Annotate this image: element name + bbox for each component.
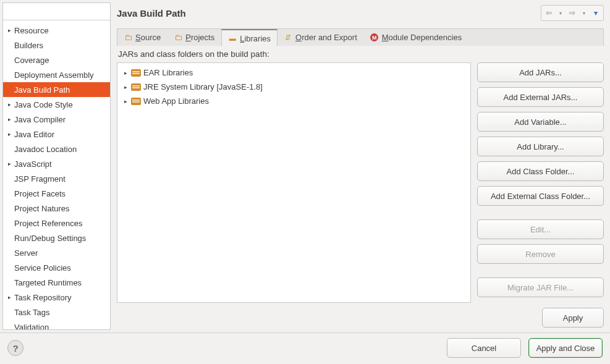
sidebar-item-label: Java Code Style — [13, 100, 73, 109]
tab-label: Order and Export — [295, 33, 357, 42]
order-icon: ⇵ — [284, 33, 292, 42]
add-variable-button[interactable]: Add Variable... — [477, 112, 604, 132]
tab-label: Module Dependencies — [382, 33, 462, 42]
sidebar-item[interactable]: JSP Fragment — [3, 171, 110, 186]
sidebar-item[interactable]: Coverage — [3, 53, 110, 67]
apply-and-close-button[interactable]: Apply and Close — [528, 338, 603, 358]
sidebar-item[interactable]: Deployment Assembly — [3, 67, 110, 82]
help-button[interactable]: ? — [7, 340, 23, 356]
tab-label: Projects — [185, 33, 214, 42]
tabs: 🗀Source🗀Projects▬Libraries⇵Order and Exp… — [117, 28, 604, 46]
tree-caret-icon: ▸ — [122, 70, 129, 76]
tree-caret-icon: ▸ — [122, 84, 129, 90]
sidebar-item-label: Project References — [13, 219, 83, 228]
tab[interactable]: 🗀Projects — [167, 29, 221, 46]
sidebar-item-label: Resource — [13, 26, 49, 35]
library-item-label: EAR Libraries — [143, 68, 193, 77]
sidebar-item[interactable]: Java Build Path — [3, 82, 110, 97]
tab[interactable]: MModule Dependencies — [364, 29, 468, 46]
sidebar-item[interactable]: Task Tags — [3, 305, 110, 320]
tab[interactable]: ⇵Order and Export — [277, 29, 364, 46]
tree-caret-icon: ▸ — [122, 98, 129, 104]
sidebar-item[interactable]: ▸Java Compiler — [3, 112, 110, 127]
nav-forward-button[interactable]: ⇨ — [565, 6, 580, 20]
sidebar-item[interactable]: ▸JavaScript — [3, 156, 110, 171]
sidebar-item-label: Task Repository — [13, 293, 71, 302]
add-jars-button[interactable]: Add JARs... — [477, 62, 604, 82]
tab[interactable]: ▬Libraries — [221, 29, 277, 46]
nav-tree: ▸ResourceBuildersCoverageDeployment Asse… — [3, 20, 110, 329]
sidebar-item-label: Task Tags — [13, 308, 50, 317]
migrate-jar-button[interactable]: Migrate JAR File... — [477, 277, 604, 297]
tab-description: JARs and class folders on the build path… — [117, 46, 604, 62]
tree-caret-icon: ▸ — [6, 27, 13, 33]
add-class-folder-button[interactable]: Add Class Folder... — [477, 161, 604, 181]
nav-back-button[interactable]: ⇦ — [541, 6, 556, 20]
tree-caret-icon: ▸ — [6, 116, 13, 122]
nav-back-dropdown[interactable]: ▾ — [556, 6, 565, 20]
sidebar-item-label: Targeted Runtimes — [13, 278, 82, 287]
tree-caret-icon: ▸ — [6, 161, 13, 167]
sidebar-item[interactable]: Targeted Runtimes — [3, 275, 110, 290]
tree-caret-icon: ▸ — [6, 294, 13, 300]
folder-icon: 🗀 — [124, 33, 132, 42]
sidebar-item[interactable]: Javadoc Location — [3, 142, 110, 156]
sidebar-item[interactable]: Project Natures — [3, 201, 110, 216]
content-area: Java Build Path ⇦ ▾ ⇨ ▾ ▾ 🗀Source🗀Projec… — [113, 0, 610, 332]
nav-history-buttons: ⇦ ▾ ⇨ ▾ ▾ — [541, 5, 604, 21]
tab-label: Source — [135, 33, 161, 42]
sidebar-item-label: Service Policies — [13, 263, 71, 273]
remove-button[interactable]: Remove — [477, 244, 604, 264]
sidebar-item[interactable]: ▸Java Editor — [3, 127, 110, 142]
sidebar-item[interactable]: Server — [3, 245, 110, 260]
sidebar-item-label: Project Natures — [13, 204, 70, 213]
sidebar-item[interactable]: Project References — [3, 216, 110, 231]
sidebar-item[interactable]: Run/Debug Settings — [3, 231, 110, 245]
library-icon — [131, 98, 141, 105]
sidebar-item-label: Builders — [13, 41, 43, 50]
sidebar-item-label: Server — [13, 248, 38, 258]
sidebar-item-label: JavaScript — [13, 159, 52, 169]
library-item-label: JRE System Library [JavaSE-1.8] — [143, 82, 263, 91]
dialog-footer: ? Cancel Apply and Close — [0, 332, 610, 364]
library-item[interactable]: ▸JRE System Library [JavaSE-1.8] — [119, 80, 469, 94]
tab[interactable]: 🗀Source — [117, 29, 167, 46]
sidebar-item[interactable]: ▸Java Code Style — [3, 97, 110, 112]
sidebar-item-label: Javadoc Location — [13, 145, 77, 154]
library-icon — [131, 69, 141, 77]
sidebar-item[interactable]: ▸Resource — [3, 23, 110, 38]
apply-button[interactable]: Apply — [542, 308, 604, 328]
nav-forward-dropdown[interactable]: ▾ — [580, 6, 588, 20]
action-buttons: Add JARs... Add External JARs... Add Var… — [477, 62, 604, 303]
sidebar-item[interactable]: ▸Task Repository — [3, 290, 110, 305]
sidebar-item-label: Coverage — [13, 56, 49, 65]
nav-menu-dropdown[interactable]: ▾ — [588, 6, 603, 20]
sidebar-item-label: Java Editor — [13, 130, 54, 139]
add-external-class-folder-button[interactable]: Add External Class Folder... — [477, 186, 604, 206]
tree-caret-icon: ▸ — [6, 101, 13, 108]
add-library-button[interactable]: Add Library... — [477, 137, 604, 156]
add-external-jars-button[interactable]: Add External JARs... — [477, 87, 604, 107]
sidebar-item-label: JSP Fragment — [13, 174, 66, 184]
libraries-tree[interactable]: ▸EAR Libraries▸JRE System Library [JavaS… — [117, 62, 471, 303]
library-item-label: Web App Libraries — [143, 96, 209, 106]
library-item[interactable]: ▸EAR Libraries — [119, 66, 469, 80]
cancel-button[interactable]: Cancel — [447, 338, 521, 358]
sidebar-item[interactable]: Service Policies — [3, 260, 110, 275]
library-item[interactable]: ▸Web App Libraries — [119, 94, 469, 108]
tab-label: Libraries — [240, 34, 271, 43]
sidebar-item-label: Java Compiler — [13, 115, 66, 124]
sidebar-item[interactable]: Validation — [3, 320, 110, 329]
filter-input[interactable] — [3, 3, 110, 20]
sidebar-item-label: Java Build Path — [13, 85, 70, 95]
sidebar-item[interactable]: Project Facets — [3, 186, 110, 201]
library-icon — [131, 83, 141, 91]
page-title: Java Build Path — [117, 8, 186, 19]
sidebar-item-label: Run/Debug Settings — [13, 234, 86, 243]
folder-icon: 🗀 — [174, 33, 182, 42]
sidebar-item[interactable]: Builders — [3, 38, 110, 53]
edit-button[interactable]: Edit... — [477, 219, 604, 239]
sidebar-item-label: Validation — [13, 323, 49, 330]
module-icon: M — [370, 33, 379, 42]
sidebar-item-label: Project Facets — [13, 189, 66, 198]
